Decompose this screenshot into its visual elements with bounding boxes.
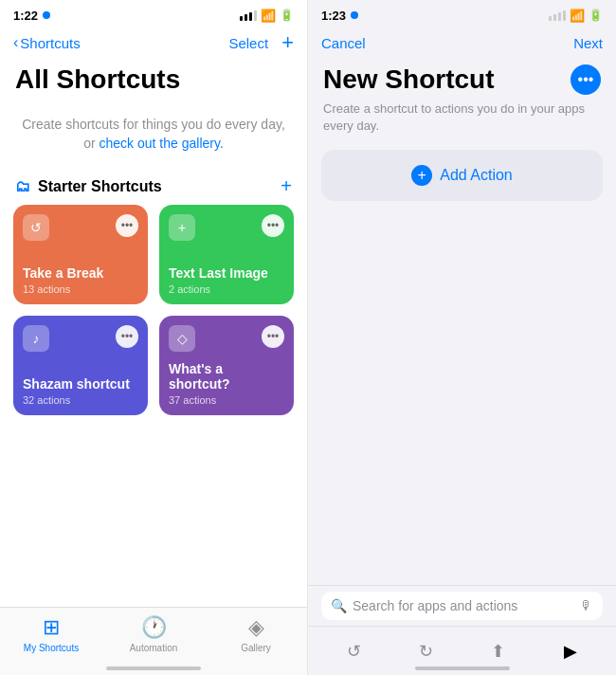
card-more-whats-a-shortcut[interactable]: ••• <box>262 325 284 348</box>
search-icon: 🔍 <box>331 598 347 613</box>
card-name-shazam: Shazam shortcut <box>23 376 138 392</box>
shortcut-card-text-last-image[interactable]: + ••• Text Last Image 2 actions <box>159 205 294 304</box>
page-title-left: All Shortcuts <box>0 61 307 97</box>
section-header: 🗂 Starter Shortcuts + <box>0 166 307 205</box>
bottom-toolbar-right: ↺ ↻ ⬆ ▶ <box>308 626 616 675</box>
play-button[interactable]: ▶ <box>553 634 588 668</box>
card-icon-whats-a-shortcut: ◇ <box>169 325 195 352</box>
share-icon: ⬆ <box>491 641 505 662</box>
battery-icon-left: 🔋 <box>280 9 294 22</box>
ellipsis-icon: ••• <box>578 71 594 88</box>
my-shortcuts-icon: ⊞ <box>43 615 60 640</box>
next-button[interactable]: Next <box>573 35 603 51</box>
shortcut-card-shazam[interactable]: ♪ ••• Shazam shortcut 32 actions <box>13 316 148 415</box>
signal-icon-right <box>549 10 566 21</box>
home-indicator-right <box>415 666 510 670</box>
status-dot-left <box>43 11 50 19</box>
card-more-text-last-image[interactable]: ••• <box>262 214 284 237</box>
subtitle-left: Create shortcuts for things you do every… <box>0 97 307 160</box>
back-label: Shortcuts <box>20 35 80 51</box>
right-subtitle: Create a shortcut to actions you do in y… <box>308 97 616 146</box>
cancel-button[interactable]: Cancel <box>321 35 366 51</box>
time-right: 1:23 <box>321 9 346 23</box>
search-bar[interactable]: 🔍 Search for apps and actions 🎙 <box>308 585 616 626</box>
time-left: 1:22 <box>13 9 38 23</box>
shortcuts-grid: ↺ ••• Take a Break 13 actions + ••• Text… <box>0 205 307 415</box>
nav-bar-left: ‹ Shortcuts Select + <box>0 27 307 61</box>
redo-icon: ↻ <box>419 641 433 662</box>
home-indicator-left <box>106 666 201 670</box>
card-more-shazam[interactable]: ••• <box>116 325 138 348</box>
tab-bar-left: ⊞ My Shortcuts 🕐 Automation ◈ Gallery <box>0 607 307 675</box>
section-title: 🗂 Starter Shortcuts <box>15 178 162 195</box>
status-dot-right <box>351 11 358 19</box>
status-icons-right: 📶 🔋 <box>549 9 603 23</box>
undo-icon: ↺ <box>347 641 361 662</box>
tab-automation-label: Automation <box>130 643 178 653</box>
card-name-text-last-image: Text Last Image <box>169 265 284 282</box>
tab-gallery-label: Gallery <box>241 643 271 653</box>
card-count-text-last-image: 2 actions <box>169 283 284 295</box>
wifi-icon-right: 📶 <box>570 9 585 23</box>
section-add-button[interactable]: + <box>281 175 292 197</box>
automation-icon: 🕐 <box>141 615 167 640</box>
subtitle-line1: Create shortcuts for things you do every… <box>22 117 285 132</box>
add-shortcut-button[interactable]: + <box>281 32 294 53</box>
subtitle-line2: or <box>83 136 95 151</box>
folder-icon: 🗂 <box>15 178 30 195</box>
gallery-icon: ◈ <box>248 615 264 640</box>
search-placeholder: Search for apps and actions <box>353 598 574 613</box>
tab-automation[interactable]: 🕐 Automation <box>102 615 205 653</box>
status-bar-left: 1:22 📶 🔋 <box>0 0 307 27</box>
shortcut-card-whats-a-shortcut[interactable]: ◇ ••• What's a shortcut? 37 actions <box>159 316 294 415</box>
chevron-left-icon: ‹ <box>13 34 18 51</box>
right-page-title: New Shortcut <box>323 64 494 95</box>
card-name-take-a-break: Take a Break <box>23 265 138 282</box>
card-count-whats-a-shortcut: 37 actions <box>169 394 284 406</box>
tab-my-shortcuts[interactable]: ⊞ My Shortcuts <box>0 615 102 653</box>
redo-button[interactable]: ↻ <box>408 634 443 668</box>
card-name-whats-a-shortcut: What's a shortcut? <box>169 361 284 393</box>
card-icon-take-a-break: ↺ <box>23 214 49 241</box>
search-input-wrap[interactable]: 🔍 Search for apps and actions 🎙 <box>321 592 603 620</box>
card-count-take-a-break: 13 actions <box>23 283 138 295</box>
add-action-label: Add Action <box>440 167 513 184</box>
section-title-label: Starter Shortcuts <box>38 178 162 195</box>
undo-button[interactable]: ↺ <box>336 634 371 668</box>
gallery-link[interactable]: check out the gallery. <box>100 136 224 151</box>
status-bar-right: 1:23 📶 🔋 <box>308 0 616 27</box>
signal-icon <box>240 10 257 21</box>
back-button[interactable]: ‹ Shortcuts <box>13 34 81 51</box>
card-icon-text-last-image: + <box>169 214 195 241</box>
card-icon-shazam: ♪ <box>23 325 49 352</box>
shortcut-card-take-a-break[interactable]: ↺ ••• Take a Break 13 actions <box>13 205 148 304</box>
options-button[interactable]: ••• <box>571 64 601 95</box>
right-panel: 1:23 📶 🔋 Cancel Next New Shortcut ••• Cr… <box>308 0 616 675</box>
wifi-icon: 📶 <box>261 9 276 23</box>
battery-icon-right: 🔋 <box>589 9 603 22</box>
add-action-plus-icon: + <box>411 165 432 186</box>
microphone-icon[interactable]: 🎙 <box>580 598 593 613</box>
tab-gallery[interactable]: ◈ Gallery <box>205 615 307 653</box>
tab-my-shortcuts-label: My Shortcuts <box>24 643 79 653</box>
status-icons-left: 📶 🔋 <box>240 9 294 23</box>
left-panel: 1:22 📶 🔋 ‹ Shortcuts Select + All Shortc… <box>0 0 308 675</box>
nav-bar-right: Cancel Next <box>308 27 616 61</box>
select-button[interactable]: Select <box>228 35 268 51</box>
card-count-shazam: 32 actions <box>23 394 138 406</box>
share-button[interactable]: ⬆ <box>481 634 516 668</box>
play-icon: ▶ <box>564 641 577 662</box>
add-action-button[interactable]: + Add Action <box>321 150 603 201</box>
right-title-row: New Shortcut ••• <box>308 61 616 97</box>
card-more-take-a-break[interactable]: ••• <box>116 214 138 237</box>
nav-actions-left: Select + <box>228 32 294 53</box>
